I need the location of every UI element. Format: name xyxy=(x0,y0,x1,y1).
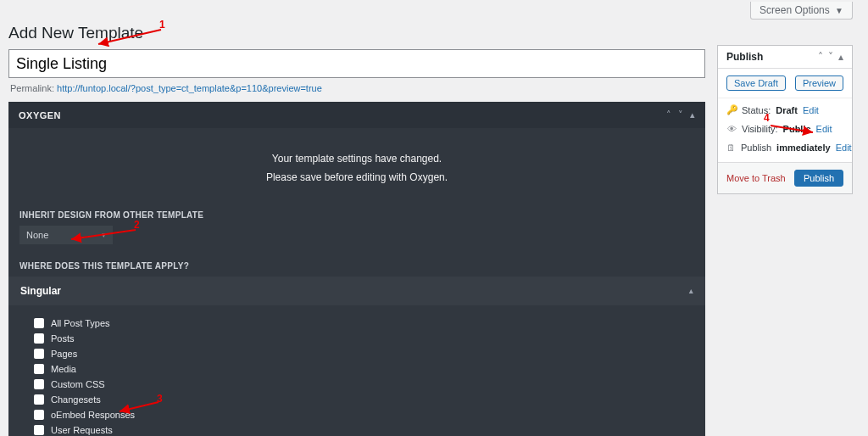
publish-box-title: Publish xyxy=(726,51,763,63)
status-label: Status: xyxy=(742,105,771,115)
caret-up-icon[interactable]: ▴ xyxy=(838,51,843,63)
oxygen-panel-header: OXYGEN ˄ ˅ ▴ xyxy=(8,102,705,128)
edit-status-link[interactable]: Edit xyxy=(803,105,819,115)
notice-line: Your template settings have changed. xyxy=(8,150,705,169)
schedule-label: Publish xyxy=(741,143,771,153)
inherit-template-select[interactable]: None ▾ xyxy=(19,226,113,244)
visibility-value: Public xyxy=(783,124,811,134)
checkbox-row[interactable]: All Post Types xyxy=(34,316,705,331)
checkbox-label: User Requests xyxy=(51,425,113,435)
chevron-up-icon[interactable]: ˄ xyxy=(818,51,823,63)
notice-line: Please save before editing with Oxygen. xyxy=(8,169,705,187)
checkbox-label: Posts xyxy=(51,333,75,344)
key-icon: 🔑 xyxy=(726,104,737,115)
checkbox-label: Changesets xyxy=(51,394,101,405)
schedule-value: immediately xyxy=(776,143,831,153)
singular-accordion-header[interactable]: Singular ▴ xyxy=(8,277,705,305)
permalink-row: Permalink: http://funtop.local/?post_typ… xyxy=(8,78,705,102)
edit-schedule-link[interactable]: Edit xyxy=(836,143,852,153)
checkbox-label: All Post Types xyxy=(51,318,110,328)
publish-metabox: Publish ˄ ˅ ▴ Save Draft Preview 🔑 Statu… xyxy=(717,45,853,194)
post-type-checklist: All Post TypesPostsPagesMediaCustom CSSC… xyxy=(8,305,705,436)
checkbox-label: Pages xyxy=(51,349,77,359)
oxygen-panel: OXYGEN ˄ ˅ ▴ Your template settings have… xyxy=(8,102,705,436)
save-draft-button[interactable]: Save Draft xyxy=(726,75,786,91)
checkbox-icon[interactable] xyxy=(34,318,44,328)
checkbox-row[interactable]: Custom CSS xyxy=(34,377,705,392)
checkbox-icon[interactable] xyxy=(34,364,44,374)
checkbox-icon[interactable] xyxy=(34,379,44,389)
checkbox-label: Media xyxy=(51,364,76,374)
checkbox-row[interactable]: Pages xyxy=(34,346,705,361)
checkbox-label: oEmbed Responses xyxy=(51,410,135,420)
page-title: Add New Template xyxy=(8,20,705,49)
status-value: Draft xyxy=(776,105,798,115)
caret-up-icon[interactable]: ▴ xyxy=(690,109,695,120)
move-to-trash-link[interactable]: Move to Trash xyxy=(726,173,786,183)
chevron-down-icon: ▼ xyxy=(835,6,843,15)
visibility-label: Visibility: xyxy=(742,124,778,134)
checkbox-row[interactable]: User Requests xyxy=(34,422,705,436)
preview-button[interactable]: Preview xyxy=(795,75,843,91)
apply-label: WHERE DOES THIS TEMPLATE APPLY? xyxy=(8,256,705,277)
chevron-down-icon: ▾ xyxy=(102,231,106,239)
template-title-input[interactable] xyxy=(8,49,705,78)
inherit-select-value: None xyxy=(26,230,48,240)
accordion-title: Singular xyxy=(20,285,61,297)
checkbox-row[interactable]: Posts xyxy=(34,331,705,346)
inherit-label: INHERIT DESIGN FROM OTHER TEMPLATE xyxy=(8,205,705,226)
permalink-label: Permalink: xyxy=(10,83,54,93)
chevron-down-icon[interactable]: ˅ xyxy=(828,51,833,63)
checkbox-icon[interactable] xyxy=(34,333,44,344)
eye-icon: 👁 xyxy=(726,124,737,134)
checkbox-icon[interactable] xyxy=(34,425,44,435)
screen-options-label: Screen Options xyxy=(760,4,830,16)
permalink-url[interactable]: http://funtop.local/?post_type=ct_templa… xyxy=(57,83,322,93)
checkbox-row[interactable]: Changesets xyxy=(34,392,705,407)
screen-options-button[interactable]: Screen Options ▼ xyxy=(750,2,853,20)
chevron-up-icon[interactable]: ˄ xyxy=(666,109,671,120)
edit-visibility-link[interactable]: Edit xyxy=(816,124,832,134)
calendar-icon: 🗓 xyxy=(726,143,736,153)
checkbox-row[interactable]: Media xyxy=(34,361,705,377)
checkbox-icon[interactable] xyxy=(34,410,44,420)
checkbox-label: Custom CSS xyxy=(51,379,105,389)
chevron-down-icon[interactable]: ˅ xyxy=(678,109,683,120)
oxygen-panel-title: OXYGEN xyxy=(19,110,61,120)
oxygen-notice: Your template settings have changed. Ple… xyxy=(8,128,705,205)
checkbox-row[interactable]: oEmbed Responses xyxy=(34,407,705,422)
publish-button[interactable]: Publish xyxy=(794,170,843,187)
caret-up-icon: ▴ xyxy=(689,287,693,295)
checkbox-icon[interactable] xyxy=(34,394,44,405)
checkbox-icon[interactable] xyxy=(34,349,44,359)
